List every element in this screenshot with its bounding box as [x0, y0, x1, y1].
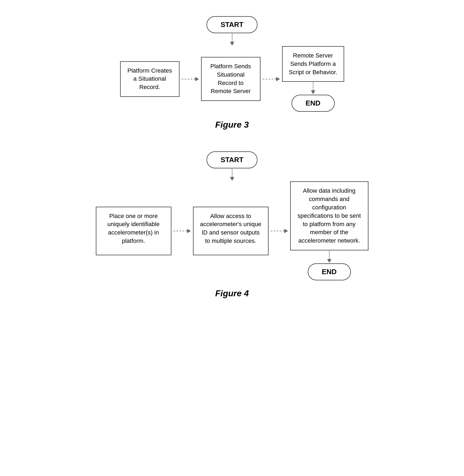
fig4-box3: Allow data including commands and config… [290, 181, 368, 250]
fig4-main-row: Place one or more uniquely identifiable … [43, 181, 421, 280]
fig4-arrow-end [327, 251, 331, 263]
fig3-end: END [292, 95, 335, 112]
fig3-box2: Platform Sends Situational Record to Rem… [201, 57, 260, 101]
fig4-box1: Place one or more uniquely identifiable … [96, 207, 171, 255]
fig4-box2: Allow access to accelerometer's unique I… [193, 207, 269, 255]
figure3-section: START Platform Creates a Situational Rec… [43, 11, 421, 130]
fig4-arrow1 [174, 229, 191, 233]
fig3-label: Figure 3 [215, 120, 249, 130]
fig3-arrow1 [182, 77, 199, 81]
figure4-flowchart: START Place one or more uniquely identif… [43, 151, 421, 280]
figure4-section: START Place one or more uniquely identif… [43, 146, 421, 298]
fig4-arrow-start [230, 169, 234, 181]
figure3-flowchart: START Platform Creates a Situational Rec… [43, 16, 421, 112]
fig3-arrow-end [311, 82, 315, 94]
fig4-right-section: Allow data including commands and config… [290, 181, 368, 280]
fig3-arrow2 [263, 77, 280, 81]
fig3-main-row: Platform Creates a Situational Record. P… [43, 46, 421, 112]
fig3-arrow-start [230, 34, 234, 46]
fig4-start: START [206, 151, 258, 168]
fig3-right-section: Remote Server Sends Platform a Script or… [282, 46, 344, 112]
fig4-label: Figure 4 [215, 288, 249, 298]
fig4-arrow2 [271, 229, 288, 233]
fig3-box1: Platform Creates a Situational Record. [120, 61, 179, 97]
fig3-box3: Remote Server Sends Platform a Script or… [282, 46, 344, 82]
fig3-start: START [206, 16, 258, 33]
fig4-end: END [308, 263, 351, 280]
